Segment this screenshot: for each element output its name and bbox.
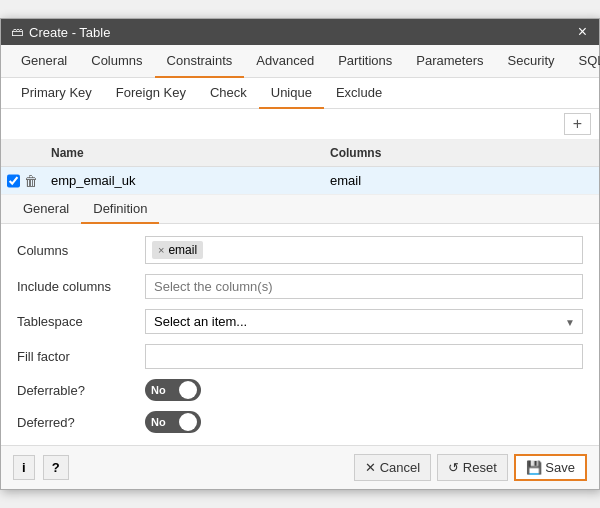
subtab-unique[interactable]: Unique: [259, 78, 324, 109]
table-header: Name Columns: [1, 140, 599, 167]
col-name-header: Name: [41, 140, 320, 166]
fill-factor-label: Fill factor: [17, 349, 137, 364]
tab-parameters[interactable]: Parameters: [404, 45, 495, 78]
tag-label: email: [168, 243, 197, 257]
titlebar: 🗃 Create - Table ×: [1, 19, 599, 45]
deferrable-toggle-label: No: [151, 384, 166, 396]
footer-action-buttons: ✕ Cancel ↺ Reset 💾 Save: [354, 454, 587, 481]
col-columns-header: Columns: [320, 140, 599, 166]
footer-info-buttons: i ?: [13, 455, 69, 480]
columns-label: Columns: [17, 243, 137, 258]
form-row-include-columns: Include columns: [17, 274, 583, 299]
subtab-foreign-key[interactable]: Foreign Key: [104, 78, 198, 109]
tab-security[interactable]: Security: [496, 45, 567, 78]
definition-form: Columns × email Include columns Tablespa…: [1, 224, 599, 445]
deferred-toggle-label: No: [151, 416, 166, 428]
deferred-toggle[interactable]: No: [145, 411, 201, 433]
tab-partitions[interactable]: Partitions: [326, 45, 404, 78]
row-columns-cell: email: [320, 167, 599, 194]
info-button[interactable]: i: [13, 455, 35, 480]
subtab-primary-key[interactable]: Primary Key: [9, 78, 104, 109]
inner-tab-definition[interactable]: Definition: [81, 195, 159, 224]
main-tab-bar: General Columns Constraints Advanced Par…: [1, 45, 599, 78]
tab-columns[interactable]: Columns: [79, 45, 154, 78]
footer: i ? ✕ Cancel ↺ Reset 💾 Save: [1, 445, 599, 489]
fill-factor-input[interactable]: [145, 344, 583, 369]
toolbar: +: [1, 109, 599, 140]
tablespace-select-wrapper: Select an item... ▼: [145, 309, 583, 334]
save-button[interactable]: 💾 Save: [514, 454, 587, 481]
include-columns-input[interactable]: [145, 274, 583, 299]
sub-tab-bar: Primary Key Foreign Key Check Unique Exc…: [1, 78, 599, 109]
tablespace-label: Tablespace: [17, 314, 137, 329]
tab-general[interactable]: General: [9, 45, 79, 78]
table-icon: 🗃: [11, 25, 23, 39]
titlebar-left: 🗃 Create - Table: [11, 25, 110, 40]
deferrable-toggle-knob: [179, 381, 197, 399]
help-button[interactable]: ?: [43, 455, 69, 480]
form-row-fill-factor: Fill factor: [17, 344, 583, 369]
dialog-title: Create - Table: [29, 25, 110, 40]
row-name-cell: emp_email_uk: [41, 167, 320, 194]
form-row-columns: Columns × email: [17, 236, 583, 264]
tab-sql[interactable]: SQL: [567, 45, 601, 78]
col-actions-header: [1, 140, 41, 166]
row-actions: 🗑: [1, 169, 41, 193]
table-row: 🗑 emp_email_uk email: [1, 167, 599, 195]
tablespace-select[interactable]: Select an item...: [145, 309, 583, 334]
form-row-tablespace: Tablespace Select an item... ▼: [17, 309, 583, 334]
deferrable-label: Deferrable?: [17, 383, 137, 398]
columns-tag-input[interactable]: × email: [145, 236, 583, 264]
subtab-exclude[interactable]: Exclude: [324, 78, 394, 109]
close-button[interactable]: ×: [576, 24, 589, 40]
tab-constraints[interactable]: Constraints: [155, 45, 245, 78]
form-row-deferred: Deferred? No: [17, 411, 583, 433]
deferred-label: Deferred?: [17, 415, 137, 430]
tab-advanced[interactable]: Advanced: [244, 45, 326, 78]
deferred-toggle-knob: [179, 413, 197, 431]
row-delete-button[interactable]: 🗑: [24, 173, 38, 189]
tag-remove-icon[interactable]: ×: [158, 244, 164, 256]
dialog-create-table: 🗃 Create - Table × General Columns Const…: [0, 18, 600, 490]
row-checkbox[interactable]: [7, 174, 20, 188]
subtab-check[interactable]: Check: [198, 78, 259, 109]
reset-button[interactable]: ↺ Reset: [437, 454, 508, 481]
cancel-button[interactable]: ✕ Cancel: [354, 454, 431, 481]
inner-tab-bar: General Definition: [1, 195, 599, 224]
form-row-deferrable: Deferrable? No: [17, 379, 583, 401]
deferrable-toggle[interactable]: No: [145, 379, 201, 401]
email-tag: × email: [152, 241, 203, 259]
inner-tab-general[interactable]: General: [11, 195, 81, 224]
add-button[interactable]: +: [564, 113, 591, 135]
constraints-table: Name Columns 🗑 emp_email_uk email: [1, 140, 599, 195]
include-columns-label: Include columns: [17, 279, 137, 294]
